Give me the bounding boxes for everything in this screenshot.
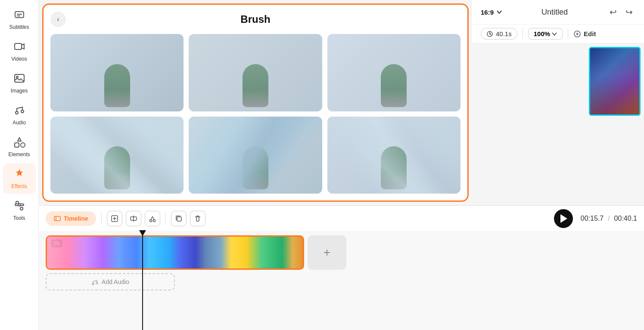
effects-icon xyxy=(13,168,25,182)
brush-item-1[interactable] xyxy=(50,34,184,111)
add-media-button[interactable] xyxy=(107,211,122,226)
svg-point-9 xyxy=(21,143,25,147)
redo-button[interactable]: ↪ xyxy=(623,5,635,19)
brush-panel: ‹ Brush xyxy=(42,3,469,202)
svg-line-26 xyxy=(152,216,154,220)
toolbar-divider-1 xyxy=(101,213,102,225)
brush-preview-5 xyxy=(189,117,322,194)
back-button[interactable]: ‹ xyxy=(50,12,66,27)
sidebar-label-audio: Audio xyxy=(12,120,26,126)
toolbar-divider-2 xyxy=(165,213,166,225)
svg-rect-12 xyxy=(20,207,23,210)
elements-icon xyxy=(13,136,25,150)
top-area: ‹ Brush xyxy=(39,0,644,205)
brush-item-5[interactable] xyxy=(189,117,322,194)
timeline-button[interactable]: Timeline xyxy=(46,211,96,226)
svg-rect-27 xyxy=(177,217,181,221)
separator-2 xyxy=(568,29,568,39)
delete-button[interactable] xyxy=(190,211,205,226)
sidebar-label-effects: Effects xyxy=(11,183,27,189)
svg-point-5 xyxy=(16,76,18,78)
audio-track: Add Audio xyxy=(46,273,637,290)
svg-point-7 xyxy=(21,110,24,113)
preview-area xyxy=(472,43,644,205)
images-icon xyxy=(13,72,25,86)
zoom-selector[interactable]: 100% xyxy=(528,28,563,40)
brush-grid xyxy=(50,34,460,194)
sidebar-label-images: Images xyxy=(11,88,28,94)
zoom-value: 100% xyxy=(534,30,550,37)
sidebar: Subtitles Videos Images xyxy=(0,0,39,330)
separator-1 xyxy=(523,29,523,39)
sidebar-label-subtitles: Subtitles xyxy=(9,24,29,30)
sidebar-item-images[interactable]: Images xyxy=(3,68,36,98)
add-clip-icon: + xyxy=(324,246,330,259)
sidebar-item-videos[interactable]: Videos xyxy=(3,36,36,66)
play-time-group: 00:15.7 / 00:40.1 xyxy=(554,209,637,228)
brush-preview-2 xyxy=(189,34,322,111)
sidebar-item-subtitles[interactable]: Subtitles xyxy=(3,4,36,34)
playhead-line xyxy=(142,232,143,330)
sidebar-item-tools[interactable]: Tools xyxy=(3,195,36,225)
play-button[interactable] xyxy=(554,209,573,228)
aspect-ratio-selector[interactable]: 16:9 xyxy=(481,9,502,16)
brush-item-4[interactable] xyxy=(50,117,184,194)
sidebar-label-tools: Tools xyxy=(13,215,25,221)
preview-thumbnail xyxy=(589,47,641,116)
brush-item-2[interactable] xyxy=(189,34,322,111)
video-track: 01 + xyxy=(46,235,637,270)
svg-rect-3 xyxy=(15,43,22,49)
brush-item-6[interactable] xyxy=(327,117,460,194)
svg-point-29 xyxy=(96,282,98,284)
tools-icon xyxy=(13,200,25,213)
edit-label: Edit xyxy=(584,30,596,37)
timeline-toolbar: Timeline 00: xyxy=(39,206,644,232)
copy-button[interactable] xyxy=(171,211,187,226)
play-icon xyxy=(560,214,567,223)
total-time: 00:40.1 xyxy=(614,215,637,222)
svg-point-28 xyxy=(92,283,94,285)
brush-preview-6 xyxy=(327,117,460,194)
time-separator: / xyxy=(608,215,610,222)
undo-icon: ↩ xyxy=(610,7,617,17)
add-clip-button[interactable]: + xyxy=(308,235,346,270)
svg-point-23 xyxy=(149,220,152,222)
edit-button[interactable]: Edit xyxy=(573,30,596,38)
brush-preview-1 xyxy=(50,34,184,111)
svg-point-24 xyxy=(153,220,155,222)
sidebar-label-videos: Videos xyxy=(11,56,27,62)
sidebar-item-elements[interactable]: Elements xyxy=(3,132,36,162)
svg-line-25 xyxy=(151,216,152,220)
project-title: Untitled xyxy=(507,8,602,17)
undo-redo-group: ↩ ↪ xyxy=(607,5,635,19)
add-audio-button[interactable]: Add Audio xyxy=(46,273,175,290)
current-time: 00:15.7 xyxy=(581,215,604,222)
redo-icon: ↪ xyxy=(625,7,633,17)
brush-item-3[interactable] xyxy=(327,34,460,111)
duration-value: 40.1s xyxy=(496,30,512,37)
main-content: ‹ Brush xyxy=(39,0,644,330)
audio-icon xyxy=(13,104,25,118)
undo-button[interactable]: ↩ xyxy=(607,5,619,19)
duration-badge: 40.1s xyxy=(481,28,517,40)
svg-rect-11 xyxy=(16,201,19,204)
split-button[interactable] xyxy=(126,211,141,226)
video-clip-1[interactable]: 01 xyxy=(46,235,304,270)
aspect-ratio-value: 16:9 xyxy=(481,9,494,16)
svg-rect-8 xyxy=(15,143,19,147)
timeline-area: Timeline 00: xyxy=(39,205,644,330)
sidebar-label-elements: Elements xyxy=(8,151,30,157)
cut-button[interactable] xyxy=(145,211,160,226)
timeline-track-area: 01 + Add Audio xyxy=(39,232,644,330)
playhead-marker xyxy=(139,230,146,236)
videos-icon xyxy=(13,40,25,54)
brush-panel-title: Brush xyxy=(66,13,445,25)
subtitles-icon xyxy=(13,9,25,22)
add-audio-label: Add Audio xyxy=(102,278,129,285)
brush-preview-3 xyxy=(327,34,460,111)
svg-rect-16 xyxy=(54,216,60,221)
brush-preview-4 xyxy=(50,117,184,194)
sidebar-item-effects[interactable]: Effects xyxy=(3,163,36,194)
svg-point-6 xyxy=(16,111,18,114)
sidebar-item-audio[interactable]: Audio xyxy=(3,100,36,130)
